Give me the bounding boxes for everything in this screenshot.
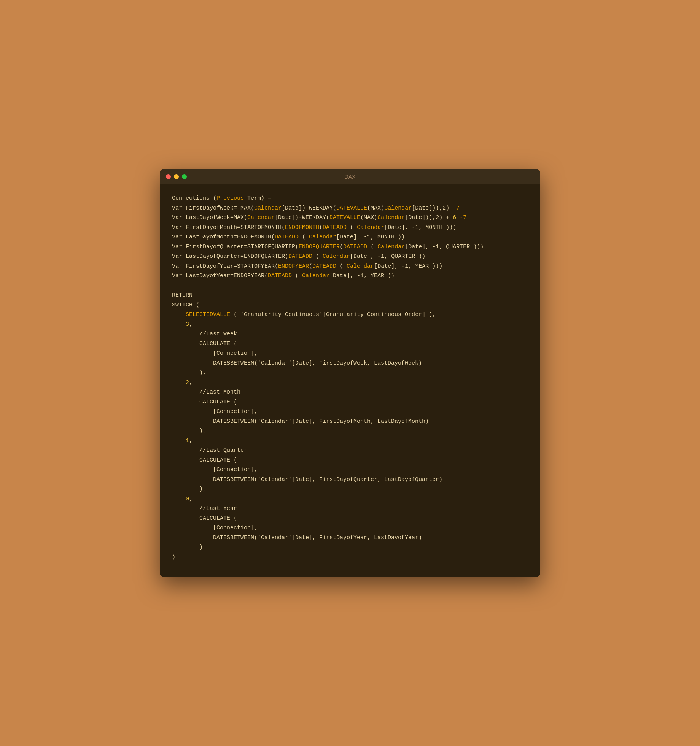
titlebar: DAX: [160, 169, 540, 184]
code-editor: Connections (Previous Term) = Var FirstD…: [160, 184, 540, 577]
code-line-connection-week: [Connection],: [172, 349, 528, 359]
code-line-5: Var LastDayofMonth=ENDOFMONTH(DATEADD ( …: [172, 232, 528, 242]
code-line-datesbetween-quarter: DATESBETWEEN('Calendar'[Date], FirstDayo…: [172, 475, 528, 485]
code-line-datesbetween-week: DATESBETWEEN('Calendar'[Date], FirstDayo…: [172, 359, 528, 368]
code-line-calculate-quarter: CALCULATE (: [172, 456, 528, 465]
window-title: DAX: [345, 174, 356, 180]
code-line-comment-quarter: //Last Quarter: [172, 446, 528, 456]
code-line-close-year: ): [172, 543, 528, 552]
code-line-calculate-week: CALCULATE (: [172, 339, 528, 349]
code-line-0num: 0,: [172, 494, 528, 504]
code-line-calculate-year: CALCULATE (: [172, 514, 528, 524]
code-line-8: Var FirstDayofYear=STARTOFYEAR(ENDOFYEAR…: [172, 262, 528, 271]
code-line-4: Var FirstDayofMonth=STARTOFMONTH(ENDOFMO…: [172, 223, 528, 233]
code-line-comment-month: //Last Month: [172, 387, 528, 397]
code-line-comment-week: //Last Week: [172, 329, 528, 339]
code-line-calculate-month: CALCULATE (: [172, 397, 528, 407]
minimize-button[interactable]: [174, 174, 179, 179]
code-line-close-quarter: ),: [172, 484, 528, 494]
code-line-datesbetween-year: DATESBETWEEN('Calendar'[Date], FirstDayo…: [172, 533, 528, 543]
code-line-connection-month: [Connection],: [172, 407, 528, 417]
code-line-final-close: ): [172, 552, 528, 562]
code-window: DAX Connections (Previous Term) = Var Fi…: [160, 169, 540, 577]
code-line-datesbetween-month: DATESBETWEEN('Calendar'[Date], FirstDayo…: [172, 417, 528, 427]
code-line-6: Var FirstDayofQuarter=STARTOFQUARTER(END…: [172, 242, 528, 252]
close-button[interactable]: [166, 174, 171, 179]
code-line-2: Var FirstDayofWeek= MAX(Calendar[Date])-…: [172, 203, 528, 213]
code-line-3num: 3,: [172, 320, 528, 330]
code-line-close-week: ),: [172, 368, 528, 378]
code-line-close-month: ),: [172, 426, 528, 436]
code-line-connection-year: [Connection],: [172, 523, 528, 533]
code-line-return: RETURN: [172, 290, 528, 300]
code-line-comment-year: //Last Year: [172, 504, 528, 514]
code-line-7: Var LastDayofQuarter=ENDOFQUARTER(DATEAD…: [172, 252, 528, 262]
code-line-3: Var LastDayofWeek=MAX(Calendar[Date])-WE…: [172, 213, 528, 223]
code-line-switch: SWITCH (: [172, 300, 528, 310]
code-line-2num: 2,: [172, 378, 528, 388]
code-line-selectedvalue: SELECTEDVALUE ( 'Granularity Continuous'…: [172, 310, 528, 320]
code-line-9: Var LastDayofYear=ENDOFYEAR(DATEADD ( Ca…: [172, 271, 528, 281]
traffic-lights: [166, 174, 187, 179]
code-line-blank1: [172, 281, 528, 291]
code-line-1num: 1,: [172, 436, 528, 446]
maximize-button[interactable]: [182, 174, 187, 179]
code-line-connection-quarter: [Connection],: [172, 465, 528, 475]
code-line-1: Connections (Previous Term) =: [172, 194, 528, 203]
